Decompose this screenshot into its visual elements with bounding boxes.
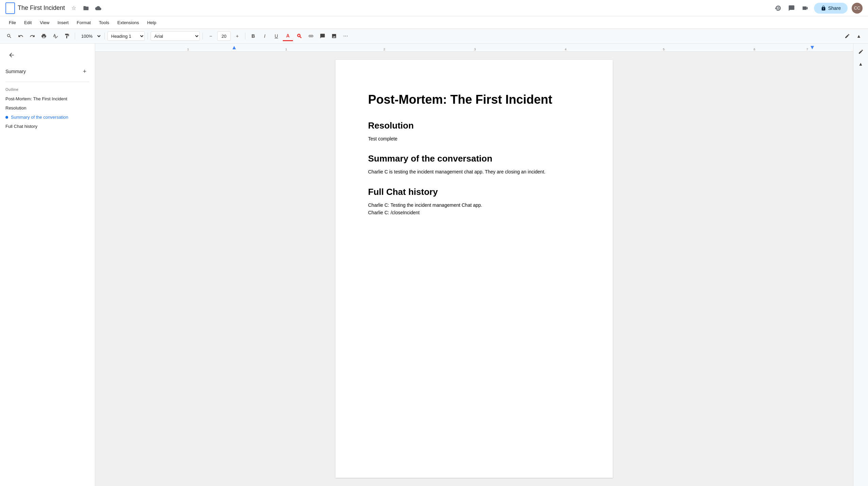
sidebar-summary-label: Summary xyxy=(5,69,26,74)
toolbar: 100% 75% 125% 150% Heading 1 Normal text… xyxy=(0,29,868,44)
undo-button[interactable] xyxy=(16,31,26,41)
outline-item-full-chat[interactable]: Full Chat history xyxy=(0,122,95,131)
menu-help[interactable]: Help xyxy=(144,19,160,27)
menu-view[interactable]: View xyxy=(36,19,53,27)
menu-extensions[interactable]: Extensions xyxy=(114,19,142,27)
outline-item-resolution[interactable]: Resolution xyxy=(0,103,95,113)
body-resolution: Test complete xyxy=(368,135,580,143)
ruler-inner: 1 1 2 3 4 5 6 7 xyxy=(97,44,852,51)
main-area: Summary + Outline Post-Mortem: The First… xyxy=(0,44,868,486)
share-label: Share xyxy=(828,5,841,11)
menu-file[interactable]: File xyxy=(5,19,19,27)
doc-icon xyxy=(5,2,15,14)
sidebar-add-button[interactable]: + xyxy=(80,67,89,76)
menu-tools[interactable]: Tools xyxy=(96,19,112,27)
paint-format-button[interactable] xyxy=(62,31,72,41)
outline-label: Outline xyxy=(0,87,95,91)
title-icons: ☆ xyxy=(69,3,103,13)
menu-insert[interactable]: Insert xyxy=(54,19,72,27)
sidebar-summary-row: Summary + xyxy=(0,65,95,78)
heading-summary: Summary of the conversation xyxy=(368,153,580,164)
font-size-increase-button[interactable]: + xyxy=(232,31,242,41)
body-summary: Charlie C is testing the incident manage… xyxy=(368,168,580,175)
cloud-button[interactable] xyxy=(93,3,103,13)
divider-5 xyxy=(245,33,245,39)
font-size-input[interactable]: 20 xyxy=(217,31,231,41)
section-resolution: Resolution Test complete xyxy=(368,120,580,143)
section-summary: Summary of the conversation Charlie C is… xyxy=(368,153,580,175)
title-bar: The First Incident ☆ Share CC xyxy=(0,0,868,16)
document-area: 1 1 2 3 4 5 6 7 Post-Mortem: The First xyxy=(95,44,853,486)
video-button[interactable] xyxy=(800,3,810,13)
history-button[interactable] xyxy=(773,3,783,13)
body-summary-line-1: Charlie C is testing the incident manage… xyxy=(368,169,545,174)
sidebar-back-button[interactable] xyxy=(5,49,18,61)
svg-marker-1 xyxy=(811,46,814,49)
header-right: Share CC xyxy=(773,3,863,14)
body-full-chat-line-1: Charlie C: Testing the incident manageme… xyxy=(368,201,580,209)
section-full-chat: Full Chat history Charlie C: Testing the… xyxy=(368,187,580,217)
avatar[interactable]: CC xyxy=(852,3,863,14)
outline-item-label-summary: Summary of the conversation xyxy=(11,115,68,120)
ruler: 1 1 2 3 4 5 6 7 xyxy=(95,44,853,52)
comment-button[interactable] xyxy=(787,3,796,13)
menu-edit[interactable]: Edit xyxy=(21,19,35,27)
svg-marker-0 xyxy=(232,46,236,49)
menu-bar: File Edit View Insert Format Tools Exten… xyxy=(0,16,868,29)
document-title: The First Incident xyxy=(18,4,65,12)
star-button[interactable]: ☆ xyxy=(69,3,79,13)
body-full-chat-line-2: Charlie C: /closeIncident xyxy=(368,209,580,216)
zoom-select[interactable]: 100% 75% 125% 150% xyxy=(78,33,102,40)
font-size-decrease-button[interactable]: − xyxy=(206,31,216,41)
font-select[interactable]: Arial Times New Roman Georgia Verdana xyxy=(151,31,200,41)
outline-item-main-title[interactable]: Post-Mortem: The First Incident xyxy=(0,94,95,103)
underline-button[interactable]: U xyxy=(271,31,281,41)
right-edit-button[interactable] xyxy=(855,46,866,57)
search-toolbar-button[interactable] xyxy=(4,31,14,41)
page-container[interactable]: Post-Mortem: The First Incident Resoluti… xyxy=(95,52,853,486)
active-outline-indicator xyxy=(5,116,8,119)
italic-button[interactable]: I xyxy=(260,31,270,41)
heading-resolution: Resolution xyxy=(368,120,580,131)
text-color-button[interactable]: A xyxy=(283,31,293,41)
image-button[interactable] xyxy=(329,31,339,41)
divider-3 xyxy=(147,33,148,39)
highlight-button[interactable] xyxy=(294,31,305,41)
sidebar-divider xyxy=(5,82,89,82)
folder-button[interactable] xyxy=(81,3,91,13)
body-resolution-line-1: Test complete xyxy=(368,136,397,141)
redo-button[interactable] xyxy=(27,31,37,41)
divider-2 xyxy=(104,33,105,39)
document-main-title: Post-Mortem: The First Incident xyxy=(368,93,580,107)
comment-toolbar-button[interactable] xyxy=(317,31,328,41)
outline-item-summary[interactable]: Summary of the conversation xyxy=(0,113,95,122)
divider-4 xyxy=(203,33,203,39)
document-page[interactable]: Post-Mortem: The First Incident Resoluti… xyxy=(335,60,613,478)
collapse-toolbar-button[interactable]: ▲ xyxy=(854,31,864,41)
share-button[interactable]: Share xyxy=(814,3,848,14)
edit-mode-button[interactable] xyxy=(842,31,852,41)
print-button[interactable] xyxy=(39,31,49,41)
sidebar: Summary + Outline Post-Mortem: The First… xyxy=(0,44,95,486)
heading-full-chat: Full Chat history xyxy=(368,187,580,197)
menu-format[interactable]: Format xyxy=(73,19,94,27)
body-full-chat: Charlie C: Testing the incident manageme… xyxy=(368,201,580,217)
right-toolbar: ▲ xyxy=(853,44,868,486)
spellcheck-button[interactable] xyxy=(50,31,60,41)
style-select[interactable]: Heading 1 Normal text Heading 2 Heading … xyxy=(107,31,145,41)
link-button[interactable] xyxy=(306,31,316,41)
more-button[interactable]: ⋯ xyxy=(341,31,351,41)
bold-button[interactable]: B xyxy=(248,31,258,41)
outline-item-label-full-chat: Full Chat history xyxy=(5,124,37,129)
outline-item-label-main-title: Post-Mortem: The First Incident xyxy=(5,96,67,101)
outline-item-label-resolution: Resolution xyxy=(5,105,26,111)
divider-1 xyxy=(75,33,75,39)
right-collapse-button[interactable]: ▲ xyxy=(855,58,866,69)
